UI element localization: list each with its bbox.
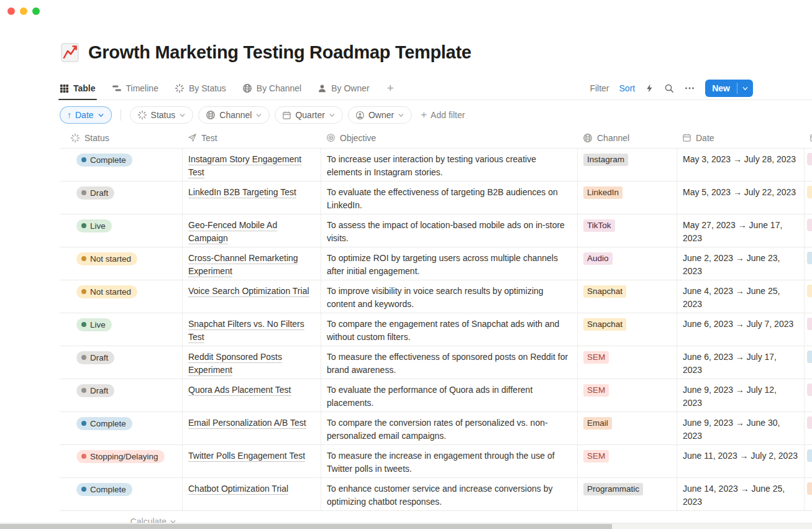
page-title[interactable]: Growth Marketing Testing Roadmap Templat… [88,42,472,63]
cell-status[interactable]: Stopping/Delaying [60,445,183,477]
new-dropdown-button[interactable] [737,80,753,97]
minimize-window-button[interactable] [20,7,27,15]
cell-date[interactable]: May 5, 2023 → July 22, 2023 [677,182,805,214]
cell-objective[interactable]: To compare the engagement rates of Snapc… [321,313,578,346]
cell-status[interactable]: Draft [60,182,183,214]
test-page-link[interactable]: Reddit Sponsored Posts Experiment [188,352,282,376]
cell-status[interactable]: Draft [60,379,183,412]
test-page-link[interactable]: Twitter Polls Engagement Test [188,451,305,462]
cell-objective[interactable]: To evaluate the performance of Quora ads… [321,379,578,412]
filter-button[interactable]: Filter [590,83,609,93]
cell-status[interactable]: Complete [60,412,183,444]
cell-test[interactable]: Instagram Story Engagement Test [183,149,321,181]
filter-chip-channel[interactable]: Channel [198,106,270,124]
cell-channel[interactable]: LinkedIn [578,182,677,214]
status-label: Complete [90,417,126,430]
cell-objective[interactable]: To measure the increase in engagement th… [321,445,578,477]
cell-objective[interactable]: To improve visibility in voice search re… [321,280,578,313]
sort-chip-date[interactable]: ↑ Date [60,106,112,124]
cell-objective[interactable]: To measure the effectiveness of sponsore… [321,346,578,379]
tab-by-owner[interactable]: By Owner [317,77,369,99]
add-view-button[interactable]: + [386,77,395,99]
cell-objective[interactable]: To enhance customer service and increase… [321,478,578,510]
cell-channel[interactable]: SEM [578,379,677,412]
search-icon[interactable] [664,83,674,93]
cell-test[interactable]: Geo-Fenced Mobile Ad Campaign [183,214,321,247]
cell-test[interactable]: Twitter Polls Engagement Test [183,445,321,477]
lightning-icon[interactable] [645,83,654,93]
cell-channel[interactable]: SEM [578,346,677,379]
column-header-overflow[interactable] [805,127,812,148]
column-header-status[interactable]: Status [60,127,183,148]
cell-status[interactable]: Complete [60,149,183,181]
cell-test[interactable]: LinkedIn B2B Targeting Test [183,182,321,214]
column-header-date[interactable]: Date [677,127,805,148]
column-header-channel[interactable]: Channel [578,127,677,148]
status-label: Live [90,318,106,331]
test-page-link[interactable]: Voice Search Optimization Trial [188,286,309,297]
column-header-test[interactable]: Test [183,127,321,148]
cell-date[interactable]: June 14, 2023 → June 25, 2023 [677,478,805,510]
cell-objective[interactable]: To evaluate the effectiveness of targeti… [321,182,578,214]
cell-channel[interactable]: Instagram [578,149,677,181]
zoom-window-button[interactable] [32,7,40,15]
cell-status[interactable]: Not started [60,247,183,280]
cell-date[interactable]: May 3, 2023 → July 28, 2023 [677,149,805,181]
cell-test[interactable]: Voice Search Optimization Trial [183,280,321,313]
cell-channel[interactable]: Audio [578,247,677,280]
cell-objective[interactable]: To assess the impact of location-based m… [321,214,578,247]
tab-by-channel[interactable]: By Channel [242,77,301,99]
cell-date[interactable]: May 27, 2023 → June 17, 2023 [677,214,805,247]
cell-channel[interactable]: TikTok [578,214,677,247]
sort-button[interactable]: Sort [619,83,636,93]
cell-objective[interactable]: To optimize ROI by targeting users acros… [321,247,578,280]
test-page-link[interactable]: Geo-Fenced Mobile Ad Campaign [188,220,277,244]
cell-channel[interactable]: Snapchat [578,313,677,346]
cell-date[interactable]: June 4, 2023 → June 25, 2023 [677,280,805,313]
cell-date[interactable]: June 6, 2023 → July 17, 2023 [677,346,805,379]
tab-table[interactable]: Table [60,77,96,99]
cell-status[interactable]: Live [60,214,183,247]
cell-channel[interactable]: SEM [578,445,677,477]
cell-status[interactable]: Not started [60,280,183,313]
cell-test[interactable]: Reddit Sponsored Posts Experiment [183,346,321,379]
filter-chip-quarter[interactable]: Quarter [275,106,342,124]
column-header-objective[interactable]: Objective [321,127,578,148]
test-page-link[interactable]: Cross-Channel Remarketing Experiment [188,253,298,277]
filter-chip-status[interactable]: Status [130,106,194,124]
test-page-link[interactable]: Chatbot Optimization Trial [188,484,288,495]
tab-label: Table [73,83,96,93]
horizontal-scrollbar-track[interactable] [0,523,812,529]
cell-test[interactable]: Snapchat Filters vs. No Filters Test [183,313,321,346]
test-page-link[interactable]: Quora Ads Placement Test [188,385,291,396]
cell-date[interactable]: June 11, 2023 → July 2, 2023 [677,445,805,477]
new-button[interactable]: New [705,80,737,97]
cell-test[interactable]: Chatbot Optimization Trial [183,478,321,510]
cell-objective[interactable]: To increase user interaction by testing … [321,149,578,181]
tab-by-status[interactable]: By Status [175,77,226,99]
cell-date[interactable]: June 6, 2023 → July 7, 2023 [677,313,805,346]
test-page-link[interactable]: Email Personalization A/B Test [188,418,306,429]
tab-timeline[interactable]: Timeline [112,77,158,99]
cell-status[interactable]: Complete [60,478,183,510]
cell-date[interactable]: June 9, 2023 → June 30, 2023 [677,412,805,444]
cell-test[interactable]: Email Personalization A/B Test [183,412,321,444]
cell-date[interactable]: June 2, 2023 → June 23, 2023 [677,247,805,280]
test-page-link[interactable]: Instagram Story Engagement Test [188,154,301,178]
cell-status[interactable]: Draft [60,346,183,379]
test-page-link[interactable]: Snapchat Filters vs. No Filters Test [188,319,304,343]
cell-objective[interactable]: To compare the conversion rates of perso… [321,412,578,444]
cell-test[interactable]: Cross-Channel Remarketing Experiment [183,247,321,280]
cell-date[interactable]: June 9, 2023 → July 12, 2023 [677,379,805,412]
cell-status[interactable]: Live [60,313,183,346]
test-page-link[interactable]: LinkedIn B2B Targeting Test [188,187,296,198]
filter-chip-owner[interactable]: Owner [348,106,412,124]
cell-test[interactable]: Quora Ads Placement Test [183,379,321,412]
close-window-button[interactable] [7,7,15,15]
more-icon[interactable] [684,83,695,93]
cell-channel[interactable]: Programmatic [578,478,677,510]
cell-channel[interactable]: Snapchat [578,280,677,313]
horizontal-scrollbar-thumb[interactable] [0,524,612,529]
add-filter-button[interactable]: + Add filter [421,109,465,121]
cell-channel[interactable]: Email [578,412,677,444]
